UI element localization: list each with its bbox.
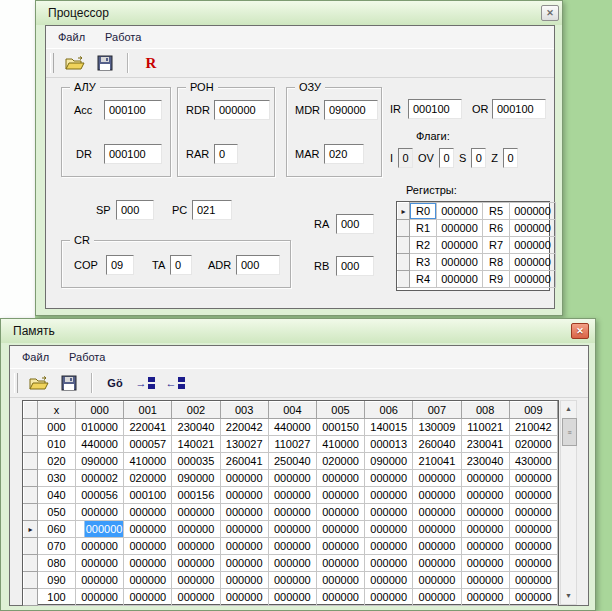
mar-field[interactable]: 020	[324, 144, 364, 164]
memory-cell[interactable]: 000000	[220, 521, 268, 538]
memory-cell[interactable]: 000000	[509, 504, 557, 521]
row-address-cell[interactable]: 040	[38, 487, 76, 504]
rar-field[interactable]: 0	[214, 144, 238, 164]
memory-cell[interactable]: 000000	[461, 521, 509, 538]
memory-cell[interactable]: 410000	[124, 453, 172, 470]
memory-cell[interactable]: 000000	[413, 572, 461, 589]
sp-field[interactable]: 000	[116, 200, 154, 220]
row-selector[interactable]	[24, 538, 38, 555]
memory-cell-editing[interactable]: 000000	[76, 521, 124, 538]
processor-titlebar[interactable]: Процессор	[36, 1, 562, 25]
row-address-cell[interactable]: 080	[38, 555, 76, 572]
register-name-cell[interactable]: R8	[483, 254, 510, 271]
memory-cell[interactable]: 000000	[124, 504, 172, 521]
memory-cell[interactable]: 000000	[316, 572, 364, 589]
mdr-field[interactable]: 090000	[324, 100, 378, 120]
memory-cell[interactable]: 000000	[268, 589, 316, 606]
row-selector[interactable]	[24, 453, 38, 470]
memory-cell[interactable]: 000000	[461, 589, 509, 606]
row-selector[interactable]	[24, 589, 38, 606]
memory-cell[interactable]: 000000	[509, 538, 557, 555]
cop-field[interactable]: 09	[106, 255, 134, 275]
memory-cell[interactable]: 000000	[413, 589, 461, 606]
register-name-cell[interactable]: R0	[410, 203, 437, 220]
register-value-cell[interactable]: 000000	[510, 237, 556, 254]
row-selector[interactable]	[24, 419, 38, 436]
flag-ov-field[interactable]: 0	[439, 148, 454, 168]
menu-work[interactable]: Работа	[105, 31, 141, 43]
memory-cell[interactable]: 000056	[76, 487, 124, 504]
memory-cell[interactable]: 260041	[220, 453, 268, 470]
memory-cell[interactable]: 000000	[268, 521, 316, 538]
memory-cell[interactable]: 000000	[461, 470, 509, 487]
memory-cell[interactable]: 220041	[124, 419, 172, 436]
memory-cell[interactable]: 000000	[76, 504, 124, 521]
row-selector[interactable]	[24, 555, 38, 572]
row-address-cell[interactable]: 050	[38, 504, 76, 521]
row-selector[interactable]	[24, 487, 38, 504]
memory-cell[interactable]: 090000	[172, 470, 220, 487]
open-folder-icon[interactable]	[28, 372, 50, 394]
scrollbar-thumb[interactable]: ≡	[562, 418, 577, 446]
row-address-cell[interactable]: 020	[38, 453, 76, 470]
memory-cell[interactable]: 000000	[365, 555, 413, 572]
memory-cell[interactable]: 230040	[461, 453, 509, 470]
memory-cell[interactable]: 000002	[76, 470, 124, 487]
memory-cell[interactable]: 000000	[268, 487, 316, 504]
memory-cell[interactable]: 000000	[124, 572, 172, 589]
memory-cell[interactable]: 220042	[220, 419, 268, 436]
row-selector[interactable]	[24, 572, 38, 589]
scroll-up-icon[interactable]: ▲	[561, 401, 576, 417]
memory-cell[interactable]: 000000	[220, 504, 268, 521]
memory-cell[interactable]: 000000	[76, 538, 124, 555]
row-selector[interactable]	[398, 237, 410, 254]
memory-titlebar[interactable]: Память	[1, 319, 595, 343]
ir-field[interactable]: 000100	[408, 99, 462, 119]
acc-field[interactable]: 000100	[104, 100, 162, 120]
register-name-cell[interactable]: R3	[410, 254, 437, 271]
save-icon[interactable]	[94, 52, 116, 74]
memory-cell[interactable]: 000000	[172, 572, 220, 589]
register-value-cell[interactable]: 000000	[510, 254, 556, 271]
register-name-cell[interactable]: R4	[410, 271, 437, 288]
memory-cell[interactable]: 000000	[365, 504, 413, 521]
memory-cell[interactable]: 430000	[509, 453, 557, 470]
row-selector[interactable]	[398, 220, 410, 237]
register-value-cell[interactable]: 000000	[510, 203, 556, 220]
memory-cell[interactable]: 000000	[316, 521, 364, 538]
memory-cell[interactable]: 000000	[413, 504, 461, 521]
arrow-from-memory-icon[interactable]: ←	[164, 372, 186, 394]
register-value-cell[interactable]: 000000	[437, 203, 483, 220]
row-selector[interactable]	[398, 254, 410, 271]
toolbar-gripper[interactable]	[14, 373, 18, 393]
register-name-cell[interactable]: R2	[410, 237, 437, 254]
memory-cell[interactable]: 000000	[220, 538, 268, 555]
save-icon[interactable]	[58, 372, 80, 394]
menu-file[interactable]: Файл	[58, 31, 85, 43]
flag-z-field[interactable]: 0	[503, 148, 518, 168]
memory-cell[interactable]: 130027	[220, 436, 268, 453]
memory-cell[interactable]: 020000	[509, 436, 557, 453]
row-selector[interactable]: ▸	[398, 203, 410, 220]
memory-cell[interactable]: 440000	[76, 436, 124, 453]
pc-field[interactable]: 021	[192, 200, 232, 220]
scroll-down-icon[interactable]: ▼	[561, 588, 576, 604]
memory-cell[interactable]: 000000	[220, 555, 268, 572]
memory-cell[interactable]: 000000	[413, 555, 461, 572]
memory-cell[interactable]: 210042	[509, 419, 557, 436]
dr-field[interactable]: 000100	[104, 144, 162, 164]
memory-cell[interactable]: 000000	[76, 555, 124, 572]
row-address-cell[interactable]: 030	[38, 470, 76, 487]
memory-cell[interactable]: 000000	[172, 504, 220, 521]
memory-cell[interactable]: 000000	[509, 572, 557, 589]
memory-cell[interactable]: 000000	[172, 521, 220, 538]
memory-cell[interactable]: 090000	[76, 453, 124, 470]
memory-cell[interactable]: 000000	[76, 589, 124, 606]
rdr-field[interactable]: 000000	[214, 100, 270, 120]
memory-cell[interactable]: 000000	[124, 555, 172, 572]
memory-cell[interactable]: 000000	[220, 487, 268, 504]
register-name-cell[interactable]: R7	[483, 237, 510, 254]
row-address-cell[interactable]: 060	[38, 521, 76, 538]
memory-cell[interactable]: 130009	[413, 419, 461, 436]
memory-cell[interactable]: 440000	[268, 419, 316, 436]
